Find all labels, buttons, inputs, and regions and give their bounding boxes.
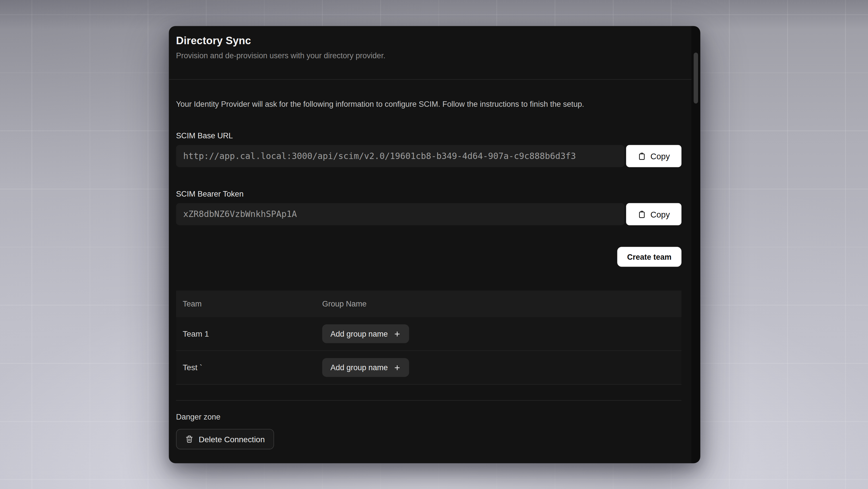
scim-bearer-token-input[interactable] — [176, 203, 624, 225]
add-group-name-label: Add group name — [330, 363, 388, 372]
create-team-button[interactable]: Create team — [617, 247, 681, 267]
group-name-cell: Add group name — [315, 324, 681, 343]
add-group-name-button[interactable]: Add group name — [322, 324, 409, 343]
group-name-cell: Add group name — [315, 358, 681, 377]
plus-icon — [393, 330, 400, 337]
section-divider — [176, 400, 681, 401]
column-header-group-name: Group Name — [315, 299, 681, 308]
scrollbar-thumb[interactable] — [694, 53, 698, 103]
plus-icon — [393, 364, 400, 371]
scrollbar-track[interactable] — [691, 26, 701, 463]
copy-button-label: Copy — [650, 151, 670, 161]
page-title: Directory Sync — [176, 35, 678, 47]
page-subtitle: Provision and de-provision users with yo… — [176, 51, 678, 79]
screen: Directory Sync Provision and de-provisio… — [0, 0, 868, 489]
table-header-row: Team Group Name — [176, 291, 681, 317]
clipboard-icon — [638, 152, 646, 160]
scim-base-url-label: SCIM Base URL — [176, 131, 681, 140]
clipboard-icon — [638, 210, 646, 218]
teams-table: Team Group Name Team 1 Add group name — [176, 291, 681, 385]
scim-base-url-input[interactable] — [176, 145, 624, 167]
delete-connection-button[interactable]: Delete Connection — [176, 429, 274, 449]
delete-connection-label: Delete Connection — [198, 435, 265, 444]
table-row: Test ` Add group name — [176, 351, 681, 385]
directory-sync-dialog: Directory Sync Provision and de-provisio… — [169, 26, 700, 463]
scim-bearer-token-row: Copy — [176, 203, 681, 225]
add-group-name-button[interactable]: Add group name — [322, 358, 409, 377]
copy-bearer-token-button[interactable]: Copy — [626, 203, 681, 225]
scim-base-url-row: Copy — [176, 145, 681, 167]
copy-button-label: Copy — [650, 209, 670, 219]
dialog-content: Your Identity Provider will ask for the … — [169, 100, 700, 449]
create-team-row: Create team — [176, 247, 681, 267]
scim-instructions-text: Your Identity Provider will ask for the … — [176, 100, 681, 109]
add-group-name-label: Add group name — [330, 329, 388, 338]
scim-bearer-token-label: SCIM Bearer Token — [176, 189, 681, 198]
table-row: Team 1 Add group name — [176, 317, 681, 351]
team-name-cell: Test ` — [176, 363, 315, 372]
team-name-cell: Team 1 — [176, 329, 315, 338]
column-header-team: Team — [176, 299, 315, 308]
copy-base-url-button[interactable]: Copy — [626, 145, 681, 167]
trash-icon — [185, 435, 193, 444]
dialog-header: Directory Sync Provision and de-provisio… — [169, 26, 700, 80]
danger-zone-label: Danger zone — [176, 412, 681, 421]
